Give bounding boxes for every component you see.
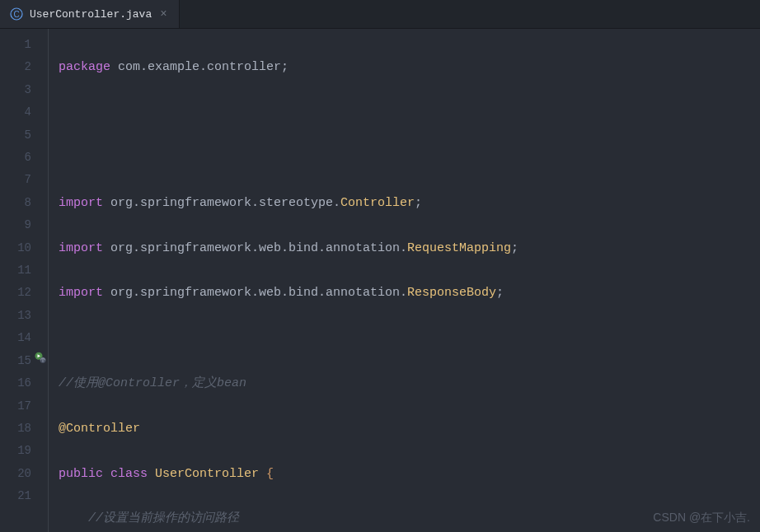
- code-area[interactable]: package com.example.controller; import o…: [48, 29, 760, 532]
- svg-text:C: C: [13, 10, 19, 19]
- code-line: import org.springframework.web.bind.anno…: [59, 282, 760, 304]
- tab-filename: UserController.java: [30, 8, 152, 21]
- gutter: 1 2 3 4 5 6 7 8 9 10 11 12 13 14 15 16 1…: [0, 29, 48, 532]
- scrollbar[interactable]: [750, 29, 760, 532]
- code-line: import org.springframework.stereotype.Co…: [59, 192, 760, 214]
- code-line: public class UserController {: [59, 463, 760, 485]
- line-number: 12: [0, 282, 48, 304]
- code-line: //使用@Controller，定义bean: [59, 372, 760, 394]
- code-line: package com.example.controller;: [59, 56, 760, 78]
- code-line: [59, 101, 760, 124]
- line-number: 2: [0, 56, 48, 78]
- line-number: 10: [0, 237, 48, 259]
- line-number: 16: [0, 372, 48, 394]
- line-number: 14: [0, 327, 48, 349]
- line-number: 1: [0, 34, 48, 56]
- line-number: 4: [0, 101, 48, 124]
- line-number: 13: [0, 305, 48, 327]
- close-icon[interactable]: ×: [158, 7, 168, 21]
- code-line: [59, 327, 760, 349]
- line-number: 5: [0, 124, 48, 147]
- watermark: CSDN @在下小吉.: [653, 511, 750, 525]
- line-number: 18: [0, 418, 48, 440]
- java-class-icon: C: [10, 7, 23, 21]
- tab-bar: C UserController.java ×: [0, 0, 760, 29]
- line-number: 15: [0, 350, 48, 372]
- line-number: 19: [0, 440, 48, 462]
- line-number: 7: [0, 169, 48, 191]
- editor: 1 2 3 4 5 6 7 8 9 10 11 12 13 14 15 16 1…: [0, 29, 760, 532]
- line-number: 17: [0, 395, 48, 418]
- code-line: @Controller: [59, 418, 760, 440]
- file-tab[interactable]: C UserController.java ×: [0, 0, 180, 28]
- line-number: 20: [0, 463, 48, 485]
- line-number: 6: [0, 147, 48, 169]
- run-gutter-icon[interactable]: [35, 350, 46, 372]
- line-number: 11: [0, 259, 48, 282]
- line-number: 8: [0, 192, 48, 214]
- line-number: 3: [0, 79, 48, 101]
- line-number: 9: [0, 214, 48, 236]
- code-line: import org.springframework.web.bind.anno…: [59, 237, 760, 259]
- line-number: 21: [0, 485, 48, 507]
- code-line: [59, 147, 760, 169]
